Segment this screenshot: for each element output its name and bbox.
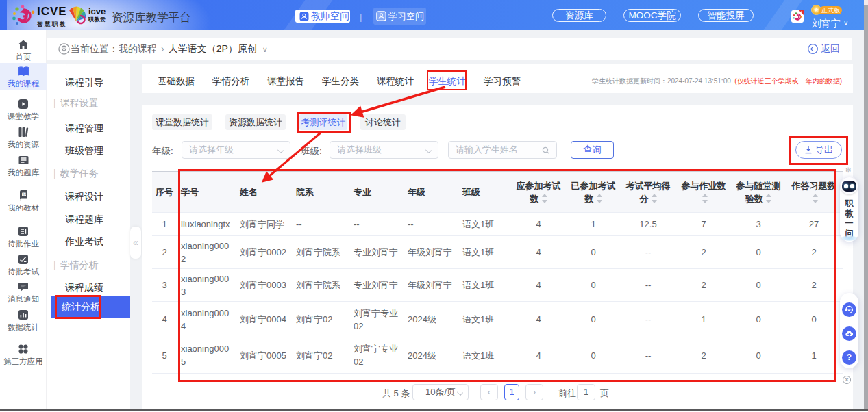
svg-text:数字: 数字 xyxy=(22,192,27,196)
